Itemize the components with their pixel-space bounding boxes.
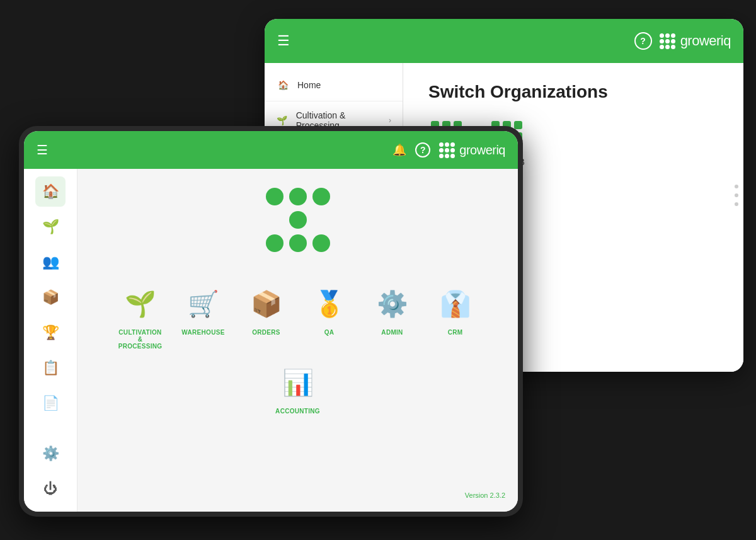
logo-dot-1 (660, 33, 664, 38)
sidebar-icon-box[interactable]: 📦 (35, 282, 66, 313)
sidebar-box-icon: 📦 (42, 289, 59, 306)
logo-dot-4 (660, 39, 664, 43)
front-tablet-header: ☰ 🔔 ? growe (24, 131, 518, 169)
module-warehouse[interactable]: 🛒 WAREHOUSE (178, 284, 229, 350)
center-logo-area (266, 188, 330, 252)
front-sidebar: 🏠 🌱 👥 📦 🏆 📋 📄 (24, 169, 77, 512)
sidebar-icon-people[interactable]: 👥 (35, 247, 66, 277)
front-help-icon[interactable]: ? (415, 142, 430, 158)
groweriq-text: groweriq (680, 33, 731, 49)
sidebar-home-label: Home (297, 80, 321, 90)
sidebar-icon-checklist[interactable]: 📋 (35, 353, 66, 383)
help-icon[interactable]: ? (634, 32, 652, 50)
cultivation-module-icon: 🌱 (120, 284, 161, 324)
front-tablet: ☰ 🔔 ? growe (19, 126, 523, 517)
sidebar-people-icon: 👥 (42, 254, 59, 270)
front-logo-dots (439, 142, 455, 158)
scroll-dot-1 (735, 185, 738, 188)
front-logo-text: groweriq (459, 143, 505, 158)
front-tablet-body: 🏠 🌱 👥 📦 🏆 📋 📄 (24, 169, 518, 512)
module-qa[interactable]: 🥇 QA (304, 284, 355, 350)
orders-module-icon: 📦 (246, 284, 287, 324)
sidebar-icon-cultivation[interactable]: 🌱 (35, 212, 66, 242)
back-header-right: ? groweriq (634, 32, 731, 50)
accounting-module-icon: 📊 (278, 362, 318, 403)
sidebar-checklist-icon: 📋 (42, 360, 59, 376)
front-version-text: Version 2.3.2 (465, 491, 505, 499)
logo-dot-6 (671, 39, 675, 43)
module-admin[interactable]: ⚙️ ADMIN (367, 284, 418, 350)
sidebar-home-icon: 🏠 (42, 183, 59, 200)
sidebar-power-icon: ⏻ (43, 481, 57, 497)
sidebar-icon-home[interactable]: 🏠 (35, 176, 66, 207)
scrollbar-indicators (735, 185, 738, 206)
groweriq-logo: groweriq (660, 33, 731, 49)
front-hamburger-icon[interactable]: ☰ (37, 143, 48, 157)
logo-dots (660, 33, 675, 49)
crm-module-label: CRM (448, 329, 463, 336)
sidebar-item-home[interactable]: 🏠 Home (265, 69, 403, 101)
sidebar-cultivation-icon: 🌱 (42, 219, 59, 235)
module-accounting[interactable]: 📊 ACCOUNTING (273, 362, 323, 415)
sidebar-icon-document[interactable]: 📄 (35, 388, 66, 418)
cultivation-icon: 🌱 (276, 113, 289, 127)
crm-module-icon: 👔 (435, 284, 476, 324)
logo-dot-8 (665, 45, 670, 49)
scroll-dot-2 (735, 193, 738, 197)
bell-icon[interactable]: 🔔 (392, 143, 406, 157)
logo-dot-2 (665, 33, 670, 38)
module-crm[interactable]: 👔 CRM (430, 284, 481, 350)
hamburger-icon[interactable]: ☰ (277, 33, 290, 49)
module-cultivation[interactable]: 🌱 CULTIVATION& PROCESSING (115, 284, 166, 350)
main-logo-pattern (266, 188, 330, 252)
scroll-dot-3 (735, 202, 738, 206)
switch-org-title: Switch Organizations (428, 82, 718, 102)
accounting-module-label: ACCOUNTING (275, 408, 320, 415)
admin-module-icon: ⚙️ (372, 284, 413, 324)
qa-module-label: QA (324, 329, 335, 336)
sidebar-icon-trophy[interactable]: 🏆 (35, 318, 66, 348)
logo-dot-9 (671, 45, 675, 49)
logo-dot-3 (671, 33, 675, 38)
logo-dot-7 (660, 45, 664, 49)
front-main-content: 🌱 CULTIVATION& PROCESSING 🛒 WAREHOUSE 📦 … (77, 169, 518, 512)
module-orders[interactable]: 📦 ORDERS (241, 284, 292, 350)
back-header-left: ☰ (277, 33, 290, 49)
sidebar-settings-icon: ⚙️ (42, 445, 59, 462)
qa-module-icon: 🥇 (309, 284, 350, 324)
sidebar-icon-settings[interactable]: ⚙️ (35, 439, 66, 469)
warehouse-module-icon: 🛒 (183, 284, 224, 324)
home-icon: 🏠 (276, 78, 290, 92)
front-header-left: ☰ (37, 142, 48, 158)
cultivation-arrow: › (389, 116, 391, 125)
warehouse-module-label: WAREHOUSE (181, 329, 224, 336)
sidebar-document-icon: 📄 (42, 395, 59, 411)
front-header-right: 🔔 ? groweriq (392, 142, 505, 158)
front-groweriq-logo: groweriq (439, 142, 505, 158)
admin-module-label: ADMIN (381, 329, 403, 336)
front-tablet-inner: ☰ 🔔 ? growe (24, 131, 518, 512)
back-tablet-header: ☰ ? groweriq (265, 19, 743, 63)
sidebar-trophy-icon: 🏆 (42, 325, 59, 341)
modules-grid: 🌱 CULTIVATION& PROCESSING 🛒 WAREHOUSE 📦 … (90, 284, 505, 415)
sidebar-icon-power[interactable]: ⏻ (35, 474, 66, 504)
logo-dot-5 (665, 39, 670, 43)
cultivation-module-label: CULTIVATION& PROCESSING (115, 329, 166, 350)
orders-module-label: ORDERS (252, 329, 280, 336)
